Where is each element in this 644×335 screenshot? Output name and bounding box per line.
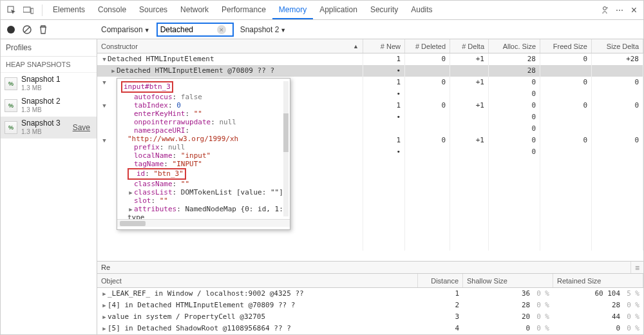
more-icon[interactable]: ⋯ — [616, 6, 625, 15]
settings-icon[interactable] — [600, 6, 609, 15]
divider — [42, 5, 43, 16]
tooltip-prop: ▶classList: DOMTokenList [value: ""] — [121, 188, 286, 196]
tab-network[interactable]: Network — [174, 1, 215, 19]
record-icon[interactable] — [7, 26, 15, 34]
retainer-row[interactable]: ▶_LEAK_REF_ in Window / localhost:9002 @… — [97, 288, 643, 300]
snapshot-icon: % — [5, 121, 17, 134]
col-new[interactable]: # New — [363, 39, 405, 53]
snapshot-size: 1.3 MB — [21, 106, 61, 114]
snapshot-name: Snapshot 3 — [21, 119, 61, 128]
tooltip-prop: namespaceURI: "http://www.w3.org/1999/xh — [121, 126, 286, 143]
base-snapshot-select[interactable]: Snapshot 2▼ — [240, 25, 287, 34]
tab-performance[interactable]: Performance — [215, 1, 272, 19]
devtools-topbar: Elements Console Sources Network Perform… — [1, 1, 643, 20]
col-shallow[interactable]: Shallow Size — [463, 274, 553, 287]
tooltip-prop: tabIndex: 0 — [121, 101, 286, 110]
tab-application[interactable]: Application — [313, 1, 364, 19]
col-constructor[interactable]: Constructor▲ — [97, 39, 363, 53]
sidebar-title: Profiles — [1, 39, 97, 57]
clear-filter-icon[interactable]: × — [217, 25, 226, 34]
retainer-row[interactable]: ▶[4] in Detached HTMLInputElement @70809… — [97, 300, 643, 311]
tooltip-v-scrollbar[interactable] — [283, 81, 289, 216]
svg-point-3 — [603, 6, 606, 10]
close-icon[interactable]: × — [631, 5, 637, 16]
svg-line-5 — [24, 27, 30, 32]
col-deleted[interactable]: # Deleted — [405, 39, 450, 53]
tooltip-prop: autofocus: false — [121, 93, 286, 101]
sidebar-section: HEAP SNAPSHOTS — [1, 57, 97, 73]
col-freed[interactable]: Freed Size — [540, 39, 592, 53]
snapshot-icon: % — [5, 99, 17, 112]
col-sizedelta[interactable]: Size Delta — [592, 39, 643, 53]
memory-toolbar: Comparison▼ × Snapshot 2▼ — [1, 20, 643, 39]
tooltip-prop: ▶attributes: NamedNodeMap {0: id, 1: typ… — [121, 205, 286, 219]
tooltip-prop: onpointerrawupdate: null — [121, 118, 286, 126]
retainers-grid-body[interactable]: ▶_LEAK_REF_ in Window / localhost:9002 @… — [97, 288, 643, 334]
col-alloc[interactable]: Alloc. Size — [489, 39, 540, 53]
snapshot-1[interactable]: %Snapshot 11.3 MB — [1, 73, 97, 95]
retainers-menu-icon[interactable]: ≡ — [630, 262, 643, 273]
snapshot-3[interactable]: %Snapshot 31.3 MBSave — [1, 117, 97, 139]
tooltip-prop: prefix: null — [121, 143, 286, 151]
tab-elements[interactable]: Elements — [46, 1, 91, 19]
memory-content: Constructor▲ # New # Deleted # Delta All… — [97, 39, 643, 334]
device-icon[interactable] — [21, 3, 35, 17]
col-delta[interactable]: # Delta — [450, 39, 489, 53]
tooltip-prop: localName: "input" — [121, 151, 286, 160]
snapshot-name: Snapshot 2 — [21, 97, 61, 106]
table-row — [97, 239, 643, 251]
comparison-grid-header: Constructor▲ # New # Deleted # Delta All… — [97, 39, 643, 53]
tab-security[interactable]: Security — [364, 1, 404, 19]
svg-rect-2 — [31, 8, 33, 14]
tooltip-title: input#btn_3 — [121, 81, 173, 93]
retainers-grid-header: Object Distance Shallow Size Retained Si… — [97, 274, 643, 288]
trash-icon[interactable] — [39, 25, 47, 34]
retainer-row[interactable]: ▶[5] in Detached ShadowRoot @1108956864 … — [97, 323, 643, 334]
class-filter[interactable]: × — [156, 23, 234, 37]
snapshot-icon: % — [5, 77, 17, 90]
tooltip-prop: tagName: "INPUT" — [121, 160, 286, 168]
tab-console[interactable]: Console — [91, 1, 133, 19]
profiles-sidebar: Profiles HEAP SNAPSHOTS %Snapshot 11.3 M… — [1, 39, 97, 334]
snapshot-name: Snapshot 1 — [21, 75, 61, 84]
retainer-row[interactable]: ▶value in system / PropertyCell @3270532… — [97, 311, 643, 323]
col-retained[interactable]: Retained Size — [553, 274, 643, 287]
save-link[interactable]: Save — [73, 123, 90, 132]
tooltip-prop: slot: "" — [121, 196, 286, 205]
snapshot-size: 1.3 MB — [21, 84, 61, 92]
tooltip-prop: className: "" — [121, 180, 286, 188]
comparison-grid-body[interactable]: ▼Detached HTMLInputElement10+1280+28▶Det… — [97, 53, 643, 261]
tooltip-prop: id: "btn_3" — [121, 168, 286, 180]
tooltip-h-scrollbar[interactable] — [117, 219, 290, 227]
svg-rect-1 — [23, 7, 30, 12]
tab-memory[interactable]: Memory — [272, 1, 313, 19]
snapshot-2[interactable]: %Snapshot 21.3 MB — [1, 95, 97, 117]
col-distance[interactable]: Distance — [418, 274, 463, 287]
panel-tabs: Elements Console Sources Network Perform… — [46, 1, 600, 19]
table-row[interactable]: ▼Detached HTMLInputElement10+1280+28 — [97, 53, 643, 65]
retainers-label: Re — [97, 263, 114, 271]
snapshot-size: 1.3 MB — [21, 128, 61, 136]
tab-audits[interactable]: Audits — [404, 1, 439, 19]
table-row[interactable]: ▶Detached HTMLInputElement @70809 ?? ?•2… — [97, 65, 643, 77]
class-filter-input[interactable] — [160, 25, 217, 34]
inspect-icon[interactable] — [5, 3, 19, 17]
tooltip-prop: enterKeyHint: "" — [121, 110, 286, 118]
object-preview-tooltip: input#btn_3autofocus: falsetabIndex: 0en… — [117, 78, 290, 230]
tab-sources[interactable]: Sources — [133, 1, 174, 19]
clear-icon[interactable] — [23, 25, 32, 34]
retainers-header: Re ≡ — [97, 261, 643, 274]
view-select[interactable]: Comparison▼ — [101, 25, 150, 34]
col-object[interactable]: Object — [97, 274, 418, 287]
